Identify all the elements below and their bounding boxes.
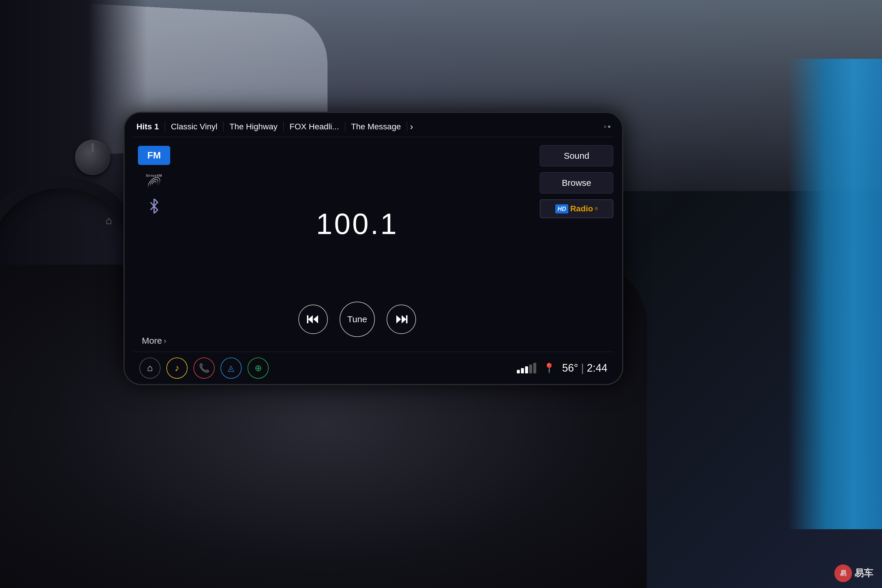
- watermark-brand: 易车: [854, 567, 873, 580]
- signal-bars: [517, 363, 536, 374]
- browse-button[interactable]: Browse: [540, 172, 613, 194]
- home-icon: ⌂: [105, 214, 112, 226]
- temperature-time-display: 56° | 2:44: [562, 362, 608, 374]
- blue-car-right: [788, 59, 882, 529]
- more-label: More: [142, 336, 162, 346]
- hd-radio-button[interactable]: HD Radio ®: [540, 200, 613, 218]
- nav-navigation-button[interactable]: ◬: [220, 357, 242, 379]
- infotainment-screen: Hits 1 Classic Vinyl The Highway FOX Hea…: [123, 112, 623, 385]
- frequency-value: 100.1: [316, 207, 398, 241]
- volume-knob[interactable]: [75, 140, 110, 175]
- main-content: FM SiriusXM: [134, 137, 613, 352]
- dashboard-home-button[interactable]: ⌂: [99, 212, 119, 230]
- phone-icon: 📞: [199, 363, 210, 373]
- channel-highway[interactable]: The Highway: [224, 122, 284, 132]
- connected-icon: ⊕: [255, 363, 262, 373]
- bluetooth-button[interactable]: [148, 199, 160, 217]
- channel-next-chevron[interactable]: ›: [410, 121, 413, 132]
- channel-strip: Hits 1 Classic Vinyl The Highway FOX Hea…: [134, 121, 613, 137]
- nav-phone-button[interactable]: 📞: [194, 357, 214, 379]
- dot-2: [608, 126, 610, 128]
- more-button[interactable]: More ›: [142, 336, 166, 346]
- bluetooth-icon: [148, 199, 160, 213]
- navigation-icon: ◬: [228, 363, 234, 373]
- rewind-icon: [307, 314, 319, 325]
- svg-marker-0: [308, 315, 313, 323]
- more-chevron-icon: ›: [164, 336, 166, 345]
- channel-message[interactable]: The Message: [345, 122, 407, 132]
- siriusxm-label: SiriusXM: [146, 174, 162, 177]
- home-nav-icon: ⌂: [147, 363, 153, 374]
- temperature-value: 56°: [562, 362, 578, 374]
- forward-button[interactable]: [387, 304, 416, 334]
- music-icon: ♪: [175, 363, 179, 374]
- dot-1: [604, 126, 606, 128]
- left-sidebar: FM SiriusXM: [134, 143, 175, 346]
- right-sidebar: Sound Browse HD Radio ®: [540, 143, 613, 346]
- divider: |: [581, 362, 584, 374]
- watermark: 易 易车: [834, 564, 873, 582]
- forward-icon: [395, 314, 408, 325]
- channel-hits1[interactable]: Hits 1: [136, 122, 165, 132]
- sound-button[interactable]: Sound: [540, 145, 613, 166]
- svg-rect-2: [307, 315, 308, 323]
- hd-radio-label: Radio: [570, 204, 593, 213]
- status-right: 📍 56° | 2:44: [517, 362, 608, 374]
- svg-marker-1: [314, 315, 318, 323]
- hd-badge: HD: [555, 204, 568, 213]
- signal-bar-5: [533, 363, 536, 374]
- fm-button[interactable]: FM: [138, 146, 170, 165]
- siriusxm-button[interactable]: SiriusXM: [140, 174, 169, 190]
- time-value: 2:44: [587, 362, 608, 374]
- svg-marker-4: [396, 315, 401, 323]
- svg-rect-5: [406, 315, 408, 323]
- nav-music-button[interactable]: ♪: [166, 357, 188, 379]
- signal-bar-4: [529, 364, 532, 374]
- status-bar: ⌂ ♪ 📞 ◬ ⊕ 📍: [134, 352, 613, 384]
- signal-bar-1: [517, 370, 520, 374]
- nav-home-button[interactable]: ⌂: [140, 357, 160, 379]
- svg-marker-3: [402, 315, 406, 323]
- transport-controls: Tune: [298, 302, 416, 343]
- tune-button[interactable]: Tune: [340, 302, 375, 337]
- nav-connected-button[interactable]: ⊕: [248, 357, 269, 379]
- signal-bar-3: [525, 366, 528, 374]
- watermark-logo: 易: [834, 564, 852, 582]
- frequency-display: 100.1: [316, 146, 398, 302]
- tune-label: Tune: [347, 314, 367, 324]
- center-content: 100.1 Tune: [180, 143, 534, 346]
- rewind-button[interactable]: [298, 304, 328, 334]
- dot-indicators: [604, 126, 610, 128]
- signal-bar-2: [521, 368, 524, 374]
- browse-label: Browse: [562, 178, 591, 188]
- hd-registered-icon: ®: [595, 206, 598, 211]
- channel-classic-vinyl[interactable]: Classic Vinyl: [165, 122, 224, 132]
- channel-fox[interactable]: FOX Headli...: [284, 122, 345, 132]
- sound-label: Sound: [564, 151, 590, 160]
- location-pin-icon: 📍: [543, 363, 555, 374]
